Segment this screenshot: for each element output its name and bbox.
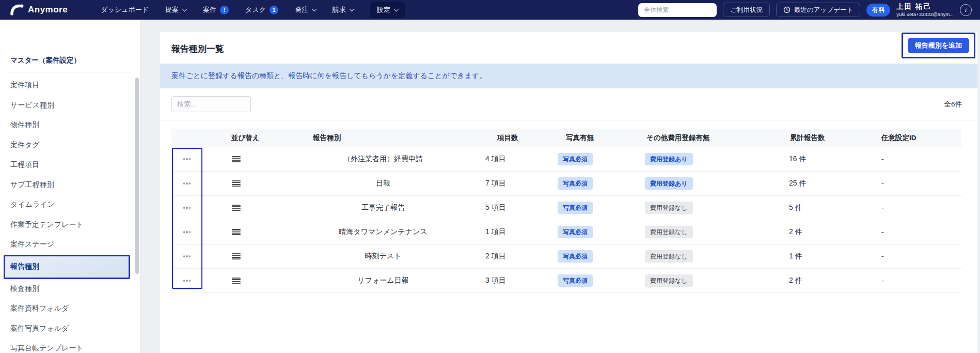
user-email: yuki.ueta+33333@anym...	[896, 11, 954, 18]
table-row: リフォーム日報3 項目写真必須費用登録なし2 件-	[171, 269, 961, 293]
sidebar-item-案件ステージ[interactable]: 案件ステージ	[0, 235, 140, 255]
table-header-row: 並び替え報告種別項目数写真有無その他費用登録有無累計報告数任意設定ID	[171, 129, 961, 147]
user-menu[interactable]: 上田 祐己 yuki.ueta+33333@anym...	[896, 3, 954, 18]
drag-handle-icon[interactable]	[232, 204, 241, 212]
drag-handle-icon[interactable]	[232, 277, 241, 285]
usage-status-button[interactable]: ご利用状況	[723, 3, 770, 17]
sidebar-item-label: 案件写真フォルダ	[10, 324, 69, 333]
nav-item-発注[interactable]: 発注	[295, 5, 316, 14]
brand-logo[interactable]: Anymore	[10, 4, 68, 16]
expense-badge: 費用登録あり	[645, 153, 693, 165]
report-type-name: 時刻テスト	[293, 244, 473, 268]
chevron-down-icon	[349, 6, 354, 11]
report-type-name: 晴海タワマンメンテナンス	[293, 220, 473, 244]
sidebar-heading: マスター（案件設定）	[0, 56, 140, 65]
global-search-input[interactable]	[638, 3, 717, 17]
nav-item-タスク[interactable]: タスク1	[245, 5, 278, 14]
custom-id: -	[858, 269, 961, 293]
total-report-count: 1 件	[755, 244, 858, 268]
sidebar-item-タイムライン[interactable]: タイムライン	[0, 195, 140, 215]
sidebar: マスター（案件設定） 案件項目サービス種別物件種別案件タグ工程項目サブ工程種別タ…	[0, 20, 140, 353]
navbar-right: ご利用状況 最近のアップデート 有料 上田 祐己 yuki.ueta+33333…	[638, 3, 972, 18]
expense-badge: 費用登録なし	[645, 202, 693, 214]
sidebar-item-案件写真フォルダ[interactable]: 案件写真フォルダ	[0, 319, 140, 339]
nav-item-label: 設定	[377, 5, 390, 14]
sidebar-item-作業予定テンプレート[interactable]: 作業予定テンプレート	[0, 215, 140, 235]
row-menu-button[interactable]	[181, 204, 193, 211]
sidebar-item-案件タグ[interactable]: 案件タグ	[0, 135, 140, 156]
expense-badge: 費用登録なし	[645, 274, 693, 287]
main-nav: ダッシュボード提案案件!タスク1発注請求設定	[101, 2, 405, 18]
sidebar-item-label: 作業予定テンプレート	[10, 220, 84, 229]
sidebar-item-label: タイムライン	[10, 200, 55, 209]
nav-item-label: タスク	[245, 5, 266, 14]
anymore-logo-icon	[10, 4, 24, 16]
row-menu-cell	[171, 220, 202, 244]
expense-badge: 費用登録なし	[645, 226, 693, 238]
recent-updates-label: 最近のアップデート	[794, 6, 853, 14]
add-report-type-button[interactable]: 報告種別を追加	[908, 38, 969, 53]
nav-item-設定[interactable]: 設定	[370, 2, 405, 18]
drag-handle-icon[interactable]	[232, 228, 241, 236]
row-menu-button[interactable]	[181, 277, 193, 284]
sidebar-item-報告種別[interactable]: 報告種別	[0, 255, 140, 279]
info-button[interactable]: i	[960, 4, 972, 16]
table-row: 時刻テスト2 項目写真必須費用登録なし1 件-	[171, 244, 961, 269]
row-menu-button[interactable]	[181, 155, 193, 163]
item-count: 2 項目	[473, 244, 543, 268]
drag-handle-icon[interactable]	[232, 252, 241, 260]
sidebar-item-サブ工程種別[interactable]: サブ工程種別	[0, 175, 140, 195]
column-header: 任意設定ID	[858, 129, 961, 147]
photo-required-badge: 写真必須	[558, 250, 593, 263]
nav-item-案件[interactable]: 案件!	[203, 5, 229, 14]
info-icon: i	[965, 6, 967, 14]
row-menu-button[interactable]	[181, 179, 193, 187]
nav-item-label: 発注	[295, 5, 308, 14]
page-title: 報告種別一覧	[171, 43, 966, 55]
photo-requirement-cell: 写真必須	[543, 269, 628, 293]
photo-required-badge: 写真必須	[558, 153, 593, 165]
table-search-input[interactable]	[171, 96, 251, 112]
table-toolbar: 全6件	[160, 88, 977, 120]
photo-required-badge: 写真必須	[558, 202, 593, 214]
drag-handle-icon[interactable]	[232, 155, 241, 163]
item-count: 3 項目	[473, 269, 543, 293]
expense-registration-cell: 費用登録あり	[628, 172, 755, 195]
total-count: 全6件	[944, 100, 962, 109]
user-name: 上田 祐己	[896, 3, 954, 11]
sidebar-item-物件種別[interactable]: 物件種別	[0, 115, 140, 135]
sidebar-item-写真台帳テンプレート[interactable]: 写真台帳テンプレート	[0, 339, 140, 353]
nav-item-ダッシュボード[interactable]: ダッシュボード	[101, 5, 149, 14]
nav-item-提案[interactable]: 提案	[165, 5, 186, 14]
sidebar-item-案件資料フォルダ[interactable]: 案件資料フォルダ	[0, 299, 140, 319]
column-header: 並び替え	[202, 129, 293, 147]
row-menu-button[interactable]	[181, 252, 193, 260]
card-header: 報告種別一覧 報告種別を追加	[160, 32, 977, 64]
nav-item-請求[interactable]: 請求	[333, 5, 354, 14]
sort-cell	[202, 244, 293, 268]
column-header: その他費用登録有無	[628, 129, 755, 147]
photo-required-badge: 写真必須	[558, 226, 593, 238]
sidebar-scrollbar[interactable]	[135, 78, 139, 274]
column-header: 項目数	[473, 129, 543, 147]
row-menu-button[interactable]	[181, 228, 193, 236]
recent-updates-button[interactable]: 最近のアップデート	[776, 3, 860, 17]
sort-cell	[202, 147, 293, 171]
plan-badge: 有料	[866, 4, 890, 17]
sidebar-item-サービス種別[interactable]: サービス種別	[0, 96, 140, 116]
description-banner: 案件ごとに登録する報告の種類と、報告時に何を報告してもらうかを定義することができ…	[160, 64, 977, 88]
custom-id: -	[858, 147, 961, 171]
column-header: 報告種別	[293, 129, 473, 147]
app-body: マスター（案件設定） 案件項目サービス種別物件種別案件タグ工程項目サブ工程種別タ…	[0, 20, 980, 353]
sort-cell	[202, 196, 293, 220]
sidebar-item-label: 案件タグ	[10, 141, 40, 150]
sidebar-item-検査種別[interactable]: 検査種別	[0, 279, 140, 299]
row-menu-cell	[171, 269, 202, 293]
sidebar-item-工程項目[interactable]: 工程項目	[0, 155, 140, 175]
brand-name: Anymore	[28, 5, 68, 15]
photo-required-badge: 写真必須	[558, 274, 593, 287]
drag-handle-icon[interactable]	[232, 179, 241, 188]
sidebar-item-案件項目[interactable]: 案件項目	[0, 75, 140, 96]
table-row: （外注業者用）経費申請4 項目写真必須費用登録あり16 件-	[171, 147, 961, 172]
sidebar-item-label: サブ工程種別	[10, 180, 54, 190]
